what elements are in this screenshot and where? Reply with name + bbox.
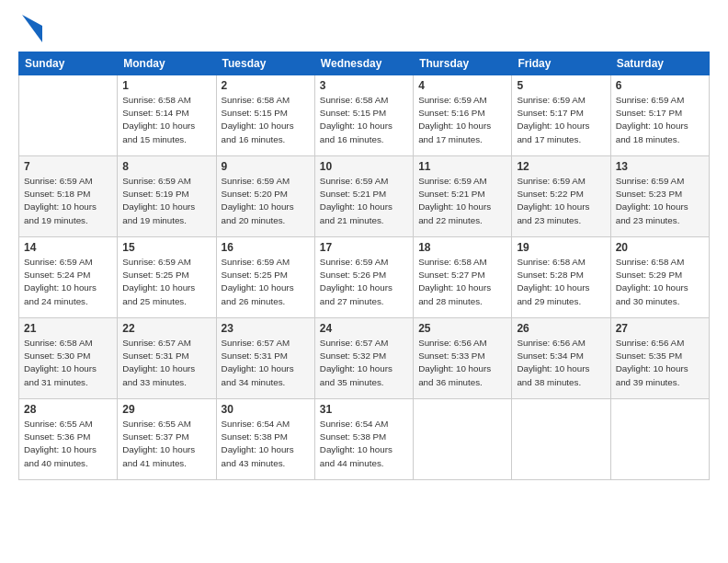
calendar-cell: 22Sunrise: 6:57 AMSunset: 5:31 PMDayligh… <box>118 318 216 399</box>
day-info: Sunrise: 6:55 AMSunset: 5:37 PMDaylight:… <box>122 418 210 470</box>
day-info: Sunrise: 6:59 AMSunset: 5:21 PMDaylight:… <box>418 175 506 227</box>
calendar-cell: 23Sunrise: 6:57 AMSunset: 5:31 PMDayligh… <box>216 318 314 399</box>
day-number: 27 <box>616 322 704 335</box>
day-number: 22 <box>122 322 210 335</box>
day-info: Sunrise: 6:57 AMSunset: 5:31 PMDaylight:… <box>222 337 310 389</box>
calendar-cell: 12Sunrise: 6:59 AMSunset: 5:22 PMDayligh… <box>512 156 610 237</box>
day-number: 10 <box>320 160 408 173</box>
svg-marker-0 <box>22 15 42 42</box>
calendar-cell <box>19 75 118 156</box>
calendar-cell: 6Sunrise: 6:59 AMSunset: 5:17 PMDaylight… <box>610 75 709 156</box>
page: SundayMondayTuesdayWednesdayThursdayFrid… <box>0 0 728 563</box>
day-number: 12 <box>517 160 605 173</box>
day-number: 19 <box>517 241 605 254</box>
header <box>18 15 710 42</box>
day-info: Sunrise: 6:58 AMSunset: 5:28 PMDaylight:… <box>517 256 605 308</box>
day-info: Sunrise: 6:56 AMSunset: 5:35 PMDaylight:… <box>616 337 704 389</box>
day-header-thursday: Thursday <box>414 52 512 75</box>
calendar-cell <box>512 399 610 480</box>
day-info: Sunrise: 6:59 AMSunset: 5:17 PMDaylight:… <box>517 94 605 146</box>
day-header-tuesday: Tuesday <box>216 52 314 75</box>
day-info: Sunrise: 6:58 AMSunset: 5:30 PMDaylight:… <box>24 337 112 389</box>
day-number: 3 <box>320 79 408 92</box>
day-number: 8 <box>122 160 210 173</box>
calendar-cell: 19Sunrise: 6:58 AMSunset: 5:28 PMDayligh… <box>512 237 610 318</box>
day-header-saturday: Saturday <box>610 52 709 75</box>
calendar-cell: 2Sunrise: 6:58 AMSunset: 5:15 PMDaylight… <box>216 75 314 156</box>
calendar-cell: 25Sunrise: 6:56 AMSunset: 5:33 PMDayligh… <box>414 318 512 399</box>
day-info: Sunrise: 6:59 AMSunset: 5:21 PMDaylight:… <box>320 175 408 227</box>
day-info: Sunrise: 6:56 AMSunset: 5:34 PMDaylight:… <box>517 337 605 389</box>
calendar-cell: 20Sunrise: 6:58 AMSunset: 5:29 PMDayligh… <box>610 237 709 318</box>
calendar-cell: 15Sunrise: 6:59 AMSunset: 5:25 PMDayligh… <box>118 237 216 318</box>
calendar-cell: 11Sunrise: 6:59 AMSunset: 5:21 PMDayligh… <box>414 156 512 237</box>
day-info: Sunrise: 6:55 AMSunset: 5:36 PMDaylight:… <box>24 418 112 470</box>
calendar-cell: 27Sunrise: 6:56 AMSunset: 5:35 PMDayligh… <box>610 318 709 399</box>
day-number: 23 <box>222 322 310 335</box>
day-number: 13 <box>616 160 704 173</box>
calendar-cell: 5Sunrise: 6:59 AMSunset: 5:17 PMDaylight… <box>512 75 610 156</box>
day-number: 5 <box>517 79 605 92</box>
calendar-cell: 10Sunrise: 6:59 AMSunset: 5:21 PMDayligh… <box>314 156 413 237</box>
day-number: 16 <box>222 241 310 254</box>
day-header-sunday: Sunday <box>19 52 118 75</box>
calendar-cell: 30Sunrise: 6:54 AMSunset: 5:38 PMDayligh… <box>216 399 314 480</box>
day-info: Sunrise: 6:58 AMSunset: 5:14 PMDaylight:… <box>122 94 210 146</box>
day-info: Sunrise: 6:57 AMSunset: 5:31 PMDaylight:… <box>122 337 210 389</box>
calendar-cell: 21Sunrise: 6:58 AMSunset: 5:30 PMDayligh… <box>19 318 118 399</box>
day-number: 18 <box>418 241 506 254</box>
day-info: Sunrise: 6:59 AMSunset: 5:26 PMDaylight:… <box>320 256 408 308</box>
day-info: Sunrise: 6:59 AMSunset: 5:18 PMDaylight:… <box>24 175 112 227</box>
calendar-cell: 28Sunrise: 6:55 AMSunset: 5:36 PMDayligh… <box>19 399 118 480</box>
day-number: 20 <box>616 241 704 254</box>
day-number: 21 <box>24 322 112 335</box>
day-info: Sunrise: 6:58 AMSunset: 5:15 PMDaylight:… <box>320 94 408 146</box>
calendar-cell: 7Sunrise: 6:59 AMSunset: 5:18 PMDaylight… <box>19 156 118 237</box>
day-number: 25 <box>418 322 506 335</box>
day-number: 11 <box>418 160 506 173</box>
day-info: Sunrise: 6:59 AMSunset: 5:20 PMDaylight:… <box>222 175 310 227</box>
day-number: 31 <box>320 403 408 416</box>
calendar-cell: 29Sunrise: 6:55 AMSunset: 5:37 PMDayligh… <box>118 399 216 480</box>
calendar-cell: 31Sunrise: 6:54 AMSunset: 5:38 PMDayligh… <box>314 399 413 480</box>
day-number: 4 <box>418 79 506 92</box>
calendar-cell: 16Sunrise: 6:59 AMSunset: 5:25 PMDayligh… <box>216 237 314 318</box>
day-number: 14 <box>24 241 112 254</box>
week-row-2: 7Sunrise: 6:59 AMSunset: 5:18 PMDaylight… <box>19 156 710 237</box>
calendar-header-row: SundayMondayTuesdayWednesdayThursdayFrid… <box>19 52 710 75</box>
calendar-cell: 17Sunrise: 6:59 AMSunset: 5:26 PMDayligh… <box>314 237 413 318</box>
logo <box>18 15 42 42</box>
calendar-cell <box>610 399 709 480</box>
calendar-table: SundayMondayTuesdayWednesdayThursdayFrid… <box>18 52 710 480</box>
week-row-3: 14Sunrise: 6:59 AMSunset: 5:24 PMDayligh… <box>19 237 710 318</box>
logo-icon <box>22 15 42 42</box>
day-header-monday: Monday <box>118 52 216 75</box>
week-row-5: 28Sunrise: 6:55 AMSunset: 5:36 PMDayligh… <box>19 399 710 480</box>
day-info: Sunrise: 6:59 AMSunset: 5:17 PMDaylight:… <box>616 94 704 146</box>
day-info: Sunrise: 6:59 AMSunset: 5:25 PMDaylight:… <box>122 256 210 308</box>
day-info: Sunrise: 6:59 AMSunset: 5:23 PMDaylight:… <box>616 175 704 227</box>
day-header-friday: Friday <box>512 52 610 75</box>
day-number: 26 <box>517 322 605 335</box>
day-number: 28 <box>24 403 112 416</box>
calendar-cell: 9Sunrise: 6:59 AMSunset: 5:20 PMDaylight… <box>216 156 314 237</box>
day-header-wednesday: Wednesday <box>314 52 413 75</box>
calendar-cell: 3Sunrise: 6:58 AMSunset: 5:15 PMDaylight… <box>314 75 413 156</box>
day-info: Sunrise: 6:54 AMSunset: 5:38 PMDaylight:… <box>222 418 310 470</box>
calendar-cell: 26Sunrise: 6:56 AMSunset: 5:34 PMDayligh… <box>512 318 610 399</box>
week-row-4: 21Sunrise: 6:58 AMSunset: 5:30 PMDayligh… <box>19 318 710 399</box>
calendar-cell: 18Sunrise: 6:58 AMSunset: 5:27 PMDayligh… <box>414 237 512 318</box>
day-number: 6 <box>616 79 704 92</box>
day-info: Sunrise: 6:59 AMSunset: 5:16 PMDaylight:… <box>418 94 506 146</box>
calendar-cell: 4Sunrise: 6:59 AMSunset: 5:16 PMDaylight… <box>414 75 512 156</box>
calendar-cell <box>414 399 512 480</box>
calendar-cell: 13Sunrise: 6:59 AMSunset: 5:23 PMDayligh… <box>610 156 709 237</box>
day-number: 9 <box>222 160 310 173</box>
day-info: Sunrise: 6:59 AMSunset: 5:24 PMDaylight:… <box>24 256 112 308</box>
day-info: Sunrise: 6:57 AMSunset: 5:32 PMDaylight:… <box>320 337 408 389</box>
day-number: 24 <box>320 322 408 335</box>
day-number: 2 <box>222 79 310 92</box>
day-number: 29 <box>122 403 210 416</box>
day-number: 15 <box>122 241 210 254</box>
calendar-cell: 8Sunrise: 6:59 AMSunset: 5:19 PMDaylight… <box>118 156 216 237</box>
